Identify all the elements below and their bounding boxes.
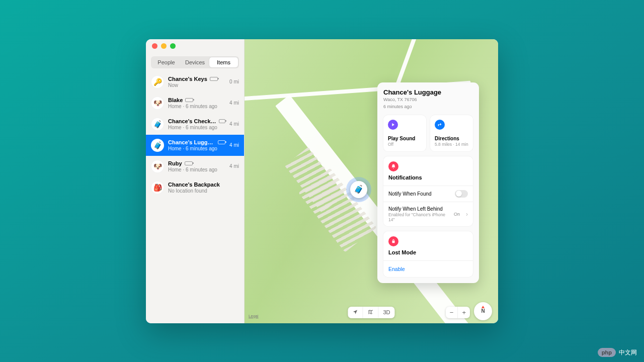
location-arrow-icon — [352, 309, 358, 315]
tab-people[interactable]: People — [152, 57, 181, 67]
detail-updated-time: 6 minutes ago — [383, 104, 473, 109]
item-name: Chance's Backpack — [168, 182, 220, 188]
item-sub: Home · 6 minutes ago — [168, 167, 225, 172]
item-distance: 4 mi — [229, 100, 239, 106]
close-window-button[interactable] — [152, 43, 157, 49]
directions-icon — [435, 120, 445, 130]
directions-sub: 5.8 miles · 14 min — [435, 142, 468, 147]
item-sub: No location found — [168, 188, 235, 194]
item-name: Chance's Checked L... — [168, 118, 216, 124]
item-pin-icon[interactable]: 🧳 — [350, 181, 367, 198]
battery-icon — [185, 161, 193, 165]
item-icon: 🐶 — [151, 97, 164, 110]
three-d-button[interactable]: 3D — [378, 307, 394, 318]
notify-when-found-row[interactable]: Notify When Found — [383, 186, 473, 202]
item-distance: 4 mi — [229, 142, 239, 148]
notify-when-left-behind-row[interactable]: Notify When Left Behind Enabled for "Cha… — [383, 202, 473, 226]
lost-mode-enable-button[interactable]: Enable — [383, 260, 473, 277]
item-sub: Now — [168, 82, 225, 88]
item-name: Blake — [168, 97, 183, 103]
item-icon: 🎒 — [151, 181, 164, 194]
zoom-control: − + — [446, 307, 470, 318]
app-window: People Devices Items 🔑Chance's KeysNow0 … — [146, 39, 498, 323]
items-list: 🔑Chance's KeysNow0 mi🐶BlakeHome · 6 minu… — [146, 71, 244, 323]
item-icon: 🧳 — [151, 139, 164, 152]
notify-when-left-behind-state: On — [454, 212, 460, 217]
map-view[interactable]: 🧳 Legal 3D − + N Chance's Luggage Waco, … — [245, 39, 498, 323]
item-sub: Home · 6 minutes ago — [168, 125, 225, 130]
notify-when-found-label: Notify When Found — [388, 191, 451, 197]
notify-when-left-behind-sub: Enabled for "Chance's iPhone 14" — [388, 212, 450, 222]
watermark-badge: php 中文网 — [598, 348, 637, 357]
notifications-title: Notifications — [388, 174, 468, 184]
battery-icon — [219, 119, 226, 123]
directions-label: Directions — [435, 136, 468, 141]
map-legal-link[interactable]: Legal — [249, 314, 259, 318]
notify-when-left-behind-label: Notify When Left Behind — [388, 206, 450, 212]
compass-button[interactable]: N — [474, 302, 492, 320]
item-name: Chance's Keys — [168, 76, 207, 82]
sidebar: People Devices Items 🔑Chance's KeysNow0 … — [146, 39, 245, 323]
item-sub: Home · 6 minutes ago — [168, 104, 225, 109]
list-item[interactable]: 🧳Chance's Checked L...Home · 6 minutes a… — [146, 114, 244, 135]
list-item[interactable]: 🎒Chance's BackpackNo location found — [146, 177, 244, 198]
notify-when-found-switch[interactable] — [455, 190, 468, 198]
locate-me-button[interactable] — [348, 307, 362, 318]
battery-icon — [185, 98, 193, 102]
play-sound-tile[interactable]: Play Sound Off — [383, 115, 426, 151]
bell-icon — [388, 161, 398, 171]
tab-devices[interactable]: Devices — [181, 57, 209, 67]
item-distance: 4 mi — [229, 121, 239, 127]
zoom-out-button[interactable]: − — [446, 307, 458, 318]
item-name: Ruby — [168, 160, 182, 166]
window-traffic-lights — [146, 39, 244, 53]
item-icon: 🔑 — [151, 75, 164, 88]
list-item[interactable]: 🐶RubyHome · 6 minutes ago4 mi — [146, 156, 244, 177]
watermark-text: 中文网 — [619, 348, 637, 357]
list-item[interactable]: 🔑Chance's KeysNow0 mi — [146, 71, 244, 93]
map-mode-button[interactable] — [362, 307, 378, 318]
item-detail-card: Chance's Luggage Waco, TX 76706 6 minute… — [377, 82, 479, 283]
minimize-window-button[interactable] — [161, 43, 167, 49]
item-icon: 🐶 — [151, 160, 164, 173]
chevron-right-icon: › — [466, 211, 468, 218]
tab-items[interactable]: Items — [209, 57, 238, 67]
battery-icon — [218, 140, 225, 144]
map-toolbar: 3D — [348, 307, 394, 318]
lost-mode-panel: Lost Mode Enable — [383, 231, 473, 277]
battery-icon — [210, 77, 218, 81]
item-sub: Home · 6 minutes ago — [168, 146, 225, 151]
list-item[interactable]: 🐶BlakeHome · 6 minutes ago4 mi — [146, 93, 244, 114]
item-name: Chance's Luggage — [168, 139, 215, 145]
lost-mode-title: Lost Mode — [388, 249, 468, 258]
item-distance: 4 mi — [229, 163, 239, 169]
play-sound-sub: Off — [388, 142, 422, 147]
item-distance: 0 mi — [229, 79, 239, 84]
segmented-control: People Devices Items — [151, 56, 239, 68]
notifications-panel: Notifications Notify When Found Notify W… — [383, 156, 473, 226]
zoom-in-button[interactable]: + — [457, 307, 470, 318]
detail-address: Waco, TX 76706 — [383, 97, 473, 102]
detail-title: Chance's Luggage — [383, 88, 473, 96]
list-item[interactable]: 🧳Chance's LuggageHome · 6 minutes ago4 m… — [146, 135, 244, 156]
fullscreen-window-button[interactable] — [170, 43, 176, 49]
php-logo: php — [598, 348, 616, 357]
play-sound-label: Play Sound — [388, 136, 422, 141]
play-icon — [388, 120, 398, 130]
directions-tile[interactable]: Directions 5.8 miles · 14 min — [430, 115, 473, 151]
map-icon — [367, 309, 373, 315]
item-icon: 🧳 — [151, 118, 164, 131]
lock-icon — [388, 236, 398, 246]
